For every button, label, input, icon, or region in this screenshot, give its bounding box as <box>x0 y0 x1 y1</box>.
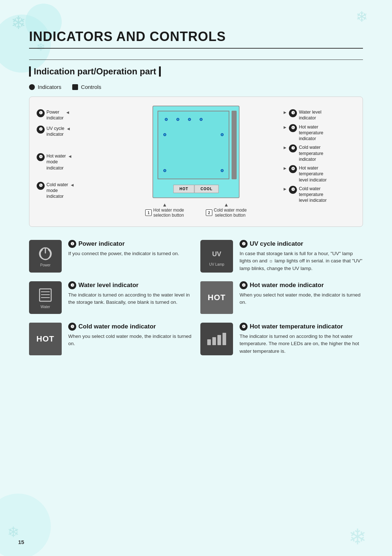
hot-label-text: HOT <box>208 293 225 302</box>
card-badge-4: ❹ <box>240 281 248 289</box>
card-text-uv: In case that storage tank is full for a … <box>240 250 363 272</box>
diagram-box: ❶ Powerindicator ◄ ❷ UV cycleindicator ◄… <box>29 97 363 227</box>
arrow-4: ◄ <box>68 154 72 159</box>
card-badge-2: ❷ <box>240 240 248 248</box>
badge-3: ❸ <box>289 109 297 117</box>
card-title-hot-temp: ❻ Hot water temperature indicator <box>240 323 363 331</box>
power-icon-label: Power <box>40 263 50 267</box>
badge-9: ❾ <box>289 186 297 194</box>
arrow-2: ◄ <box>66 126 70 132</box>
section-heading: Indication part/Operation part <box>29 66 363 77</box>
diagram-label-6: ► ❻ Hot watertemperatureindicator <box>283 124 355 142</box>
arrow-9: ► <box>283 186 287 192</box>
diagram-label-7: ► ❼ Cold watertemperatureindicator <box>283 144 355 162</box>
page-title: INDICATORS AND CONTROLS <box>29 29 363 49</box>
card-icon-uv: UV UV Lamp <box>200 240 233 273</box>
diagram-label-1: ❶ Powerindicator ◄ <box>37 109 109 121</box>
legend-controls-label: Controls <box>81 84 101 90</box>
card-content-hot-temp: ❻ Hot water temperature indicator The in… <box>240 323 363 355</box>
card-icon-power: Power <box>29 240 62 273</box>
card-title-water: ❸ Water level indicator <box>68 281 192 289</box>
bottom-label-1: Hot water modeselection button <box>153 208 184 218</box>
card-title-cold-mode: ❺ Cold water mode indicator <box>68 323 192 331</box>
arrow-7: ► <box>283 145 287 151</box>
diagram-left-labels: ❶ Powerindicator ◄ ❷ UV cycleindicator ◄… <box>37 106 109 200</box>
badge-8: ❽ <box>289 165 297 173</box>
diagram-label-8: ► ❽ Hot watertemperaturelevel indicator <box>283 165 355 183</box>
bottom-badge-2: 2 <box>206 209 212 216</box>
diagram-label-2: ❷ UV cycleindicator ◄ <box>37 126 109 138</box>
bottom-badge-1: 1 <box>145 209 152 216</box>
svg-text:❄: ❄ <box>348 525 367 549</box>
card-cold-mode-indicator: HOT ❺ Cold water mode indicator When you… <box>29 323 192 355</box>
page-number: 15 <box>18 539 24 545</box>
card-title-power: ❶ Power indicator <box>68 240 192 248</box>
card-badge-3: ❸ <box>68 281 76 289</box>
card-title-uv: ❷ UV cycle indicator <box>240 240 363 248</box>
uv-icon-label: UV Lamp <box>209 262 224 266</box>
card-badge-5: ❺ <box>68 323 76 331</box>
hot-button[interactable]: HOT <box>173 185 195 193</box>
arrow-1: ◄ <box>65 110 70 115</box>
card-text-cold-mode: When you select cold water mode, the ind… <box>68 333 192 348</box>
card-icon-hot-temp <box>200 323 233 355</box>
card-content-water: ❸ Water level indicator The indicator is… <box>68 281 192 306</box>
diagram-label-5: ❺ Cold watermodeindicator ◄ <box>37 182 109 200</box>
card-content-hot-mode: ❹ Hot water mode indicator When you sele… <box>240 281 363 306</box>
card-icon-cold-mode: HOT <box>29 323 62 355</box>
legend-square-icon <box>72 84 78 90</box>
diagram-label-9: ► ❾ Cold watertemperaturelevel indicator <box>283 186 355 204</box>
arrow-3: ► <box>283 110 287 115</box>
legend-indicators-label: Indicators <box>38 84 61 90</box>
card-content-cold-mode: ❺ Cold water mode indicator When you sel… <box>68 323 192 348</box>
card-text-power: If you connect the power, the indicator … <box>68 250 192 257</box>
heading-bar-left <box>29 66 31 77</box>
water-icon-label: Water <box>41 305 50 309</box>
card-content-uv: ❷ UV cycle indicator In case that storag… <box>240 240 363 272</box>
card-power-indicator: Power ❶ Power indicator If you connect t… <box>29 240 192 273</box>
svg-point-5 <box>0 494 51 556</box>
cool-button[interactable]: COOL <box>195 185 219 193</box>
card-badge-1: ❶ <box>68 240 76 248</box>
badge-6: ❻ <box>289 124 297 132</box>
arrow-5: ◄ <box>70 182 74 188</box>
arrow-6: ► <box>283 124 287 130</box>
badge-4: ❹ <box>37 153 45 161</box>
svg-text:❄: ❄ <box>7 524 20 540</box>
card-badge-6: ❻ <box>240 323 248 331</box>
badge-5: ❺ <box>37 182 45 190</box>
legend-controls: Controls <box>72 84 101 90</box>
section-heading-text: Indication part/Operation part <box>34 66 156 77</box>
arrow-8: ► <box>283 165 287 171</box>
card-uv-indicator: UV UV Lamp ❷ UV cycle indicator In case … <box>200 240 363 273</box>
bottom-label-2: Cold water modeselection button <box>214 208 247 218</box>
card-text-hot-temp: The indicator is turned on according to … <box>240 333 363 355</box>
card-hot-mode-indicator: HOT ❹ Hot water mode indicator When you … <box>200 281 363 314</box>
diagram-label-3: ► ❸ Water levelindicator <box>283 109 355 121</box>
cards-grid: Power ❶ Power indicator If you connect t… <box>29 240 363 355</box>
cold-label-text: HOT <box>36 334 54 344</box>
badge-1: ❶ <box>37 109 45 117</box>
legend-circle-icon <box>29 84 35 90</box>
card-content-power: ❶ Power indicator If you connect the pow… <box>68 240 192 257</box>
card-icon-hot-mode: HOT <box>200 281 233 314</box>
card-hot-temp-indicator: ❻ Hot water temperature indicator The in… <box>200 323 363 355</box>
diagram-right-labels: ► ❸ Water levelindicator ► ❻ Hot waterte… <box>283 106 355 204</box>
heading-bar-right <box>159 66 161 77</box>
badge-7: ❼ <box>289 144 297 152</box>
bottom-labels: ▲ 1 Hot water modeselection button ▲ 2 C… <box>138 202 254 218</box>
badge-2: ❷ <box>37 126 45 134</box>
diagram-label-4: ❹ Hot watermodeindicator ◄ <box>37 153 109 171</box>
card-title-hot-mode: ❹ Hot water mode indicator <box>240 281 363 289</box>
diagram-center: HOT COOL ▲ 1 Hot water modeselection but… <box>109 106 283 218</box>
card-water-indicator: Water ❸ Water level indicator The indica… <box>29 281 192 314</box>
card-text-hot-mode: When you select hot water mode, the indi… <box>240 291 363 306</box>
legend-indicators: Indicators <box>29 84 61 90</box>
card-text-water: The indicator is turned on according to … <box>68 291 192 306</box>
legend-row: Indicators Controls <box>29 84 363 90</box>
svg-text:UV: UV <box>212 250 221 257</box>
card-icon-water: Water <box>29 281 62 314</box>
